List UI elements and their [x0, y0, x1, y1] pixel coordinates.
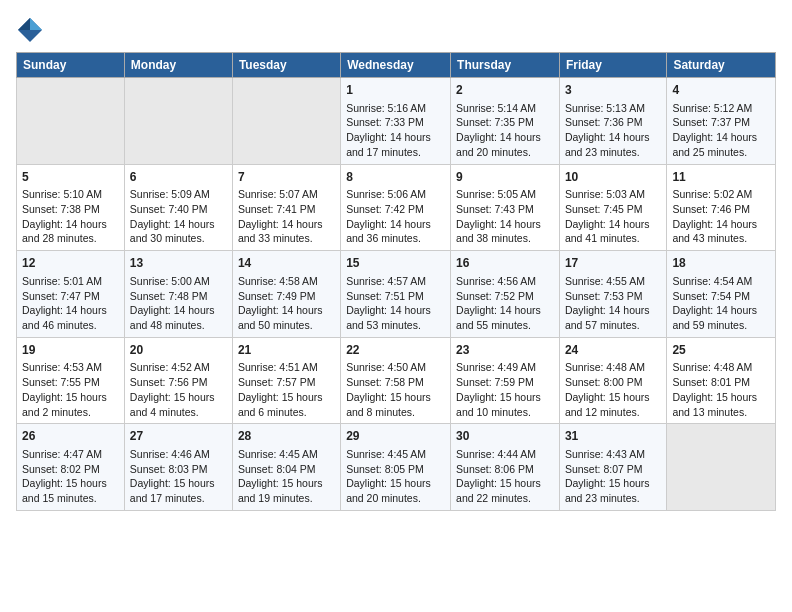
cell-info-line: Sunset: 7:37 PM	[672, 115, 770, 130]
calendar-cell: 25Sunrise: 4:48 AMSunset: 8:01 PMDayligh…	[667, 337, 776, 424]
cell-info-line: Sunrise: 4:43 AM	[565, 447, 661, 462]
cell-info-line: Sunrise: 5:01 AM	[22, 274, 119, 289]
cell-info-line: and 59 minutes.	[672, 318, 770, 333]
calendar-cell: 13Sunrise: 5:00 AMSunset: 7:48 PMDayligh…	[124, 251, 232, 338]
cell-info-line: Sunset: 8:04 PM	[238, 462, 335, 477]
day-number: 20	[130, 342, 227, 359]
cell-info-line: Daylight: 15 hours	[22, 476, 119, 491]
cell-info-line: Daylight: 15 hours	[238, 390, 335, 405]
day-number: 7	[238, 169, 335, 186]
cell-info-line: and 17 minutes.	[130, 491, 227, 506]
calendar-cell: 14Sunrise: 4:58 AMSunset: 7:49 PMDayligh…	[232, 251, 340, 338]
cell-info-line: Daylight: 14 hours	[672, 130, 770, 145]
calendar-cell: 23Sunrise: 4:49 AMSunset: 7:59 PMDayligh…	[451, 337, 560, 424]
calendar-week-row: 19Sunrise: 4:53 AMSunset: 7:55 PMDayligh…	[17, 337, 776, 424]
calendar-week-row: 5Sunrise: 5:10 AMSunset: 7:38 PMDaylight…	[17, 164, 776, 251]
cell-info-line: Sunset: 8:02 PM	[22, 462, 119, 477]
cell-info-line: Daylight: 14 hours	[456, 303, 554, 318]
weekday-header-wednesday: Wednesday	[341, 53, 451, 78]
calendar-cell: 5Sunrise: 5:10 AMSunset: 7:38 PMDaylight…	[17, 164, 125, 251]
calendar-cell: 11Sunrise: 5:02 AMSunset: 7:46 PMDayligh…	[667, 164, 776, 251]
day-number: 16	[456, 255, 554, 272]
cell-info-line: Sunset: 8:03 PM	[130, 462, 227, 477]
cell-info-line: and 46 minutes.	[22, 318, 119, 333]
cell-info-line: Daylight: 14 hours	[565, 303, 661, 318]
calendar-header-row: SundayMondayTuesdayWednesdayThursdayFrid…	[17, 53, 776, 78]
calendar-cell	[232, 78, 340, 165]
day-number: 19	[22, 342, 119, 359]
cell-info-line: and 20 minutes.	[456, 145, 554, 160]
svg-marker-2	[18, 18, 30, 30]
cell-info-line: and 19 minutes.	[238, 491, 335, 506]
calendar-cell: 15Sunrise: 4:57 AMSunset: 7:51 PMDayligh…	[341, 251, 451, 338]
calendar-cell: 19Sunrise: 4:53 AMSunset: 7:55 PMDayligh…	[17, 337, 125, 424]
day-number: 29	[346, 428, 445, 445]
calendar-cell: 2Sunrise: 5:14 AMSunset: 7:35 PMDaylight…	[451, 78, 560, 165]
cell-info-line: Sunset: 8:01 PM	[672, 375, 770, 390]
cell-info-line: Sunset: 8:06 PM	[456, 462, 554, 477]
cell-info-line: Sunrise: 4:56 AM	[456, 274, 554, 289]
calendar-table: SundayMondayTuesdayWednesdayThursdayFrid…	[16, 52, 776, 511]
day-number: 31	[565, 428, 661, 445]
weekday-header-saturday: Saturday	[667, 53, 776, 78]
cell-info-line: and 8 minutes.	[346, 405, 445, 420]
cell-info-line: Daylight: 14 hours	[565, 217, 661, 232]
day-number: 10	[565, 169, 661, 186]
calendar-cell: 22Sunrise: 4:50 AMSunset: 7:58 PMDayligh…	[341, 337, 451, 424]
weekday-header-sunday: Sunday	[17, 53, 125, 78]
calendar-cell: 8Sunrise: 5:06 AMSunset: 7:42 PMDaylight…	[341, 164, 451, 251]
cell-info-line: Daylight: 14 hours	[346, 130, 445, 145]
weekday-header-friday: Friday	[559, 53, 666, 78]
cell-info-line: Sunrise: 5:09 AM	[130, 187, 227, 202]
cell-info-line: Sunrise: 5:03 AM	[565, 187, 661, 202]
day-number: 1	[346, 82, 445, 99]
logo	[16, 16, 48, 44]
calendar-cell: 27Sunrise: 4:46 AMSunset: 8:03 PMDayligh…	[124, 424, 232, 511]
cell-info-line: and 48 minutes.	[130, 318, 227, 333]
page-header	[16, 16, 776, 44]
calendar-cell: 28Sunrise: 4:45 AMSunset: 8:04 PMDayligh…	[232, 424, 340, 511]
cell-info-line: and 2 minutes.	[22, 405, 119, 420]
cell-info-line: and 23 minutes.	[565, 491, 661, 506]
cell-info-line: and 30 minutes.	[130, 231, 227, 246]
day-number: 15	[346, 255, 445, 272]
cell-info-line: Sunrise: 4:50 AM	[346, 360, 445, 375]
cell-info-line: Sunrise: 5:10 AM	[22, 187, 119, 202]
cell-info-line: Sunset: 7:42 PM	[346, 202, 445, 217]
day-number: 21	[238, 342, 335, 359]
cell-info-line: Sunrise: 4:45 AM	[238, 447, 335, 462]
calendar-cell: 6Sunrise: 5:09 AMSunset: 7:40 PMDaylight…	[124, 164, 232, 251]
logo-icon	[16, 16, 44, 44]
cell-info-line: Sunset: 8:00 PM	[565, 375, 661, 390]
calendar-cell: 16Sunrise: 4:56 AMSunset: 7:52 PMDayligh…	[451, 251, 560, 338]
cell-info-line: Sunset: 7:33 PM	[346, 115, 445, 130]
cell-info-line: Daylight: 14 hours	[238, 217, 335, 232]
day-number: 22	[346, 342, 445, 359]
cell-info-line: and 22 minutes.	[456, 491, 554, 506]
cell-info-line: Sunrise: 4:48 AM	[565, 360, 661, 375]
cell-info-line: Sunset: 7:59 PM	[456, 375, 554, 390]
cell-info-line: Sunrise: 4:55 AM	[565, 274, 661, 289]
cell-info-line: and 36 minutes.	[346, 231, 445, 246]
cell-info-line: Daylight: 15 hours	[346, 390, 445, 405]
cell-info-line: Sunset: 7:48 PM	[130, 289, 227, 304]
day-number: 27	[130, 428, 227, 445]
day-number: 30	[456, 428, 554, 445]
calendar-cell: 18Sunrise: 4:54 AMSunset: 7:54 PMDayligh…	[667, 251, 776, 338]
calendar-cell: 7Sunrise: 5:07 AMSunset: 7:41 PMDaylight…	[232, 164, 340, 251]
cell-info-line: Sunset: 7:52 PM	[456, 289, 554, 304]
cell-info-line: Sunrise: 4:45 AM	[346, 447, 445, 462]
cell-info-line: and 20 minutes.	[346, 491, 445, 506]
calendar-cell: 10Sunrise: 5:03 AMSunset: 7:45 PMDayligh…	[559, 164, 666, 251]
day-number: 13	[130, 255, 227, 272]
cell-info-line: Sunset: 7:36 PM	[565, 115, 661, 130]
calendar-cell: 21Sunrise: 4:51 AMSunset: 7:57 PMDayligh…	[232, 337, 340, 424]
cell-info-line: Daylight: 14 hours	[346, 303, 445, 318]
cell-info-line: Daylight: 14 hours	[456, 130, 554, 145]
day-number: 26	[22, 428, 119, 445]
cell-info-line: and 57 minutes.	[565, 318, 661, 333]
cell-info-line: Sunrise: 5:14 AM	[456, 101, 554, 116]
cell-info-line: Sunrise: 4:51 AM	[238, 360, 335, 375]
cell-info-line: Sunset: 7:49 PM	[238, 289, 335, 304]
day-number: 18	[672, 255, 770, 272]
